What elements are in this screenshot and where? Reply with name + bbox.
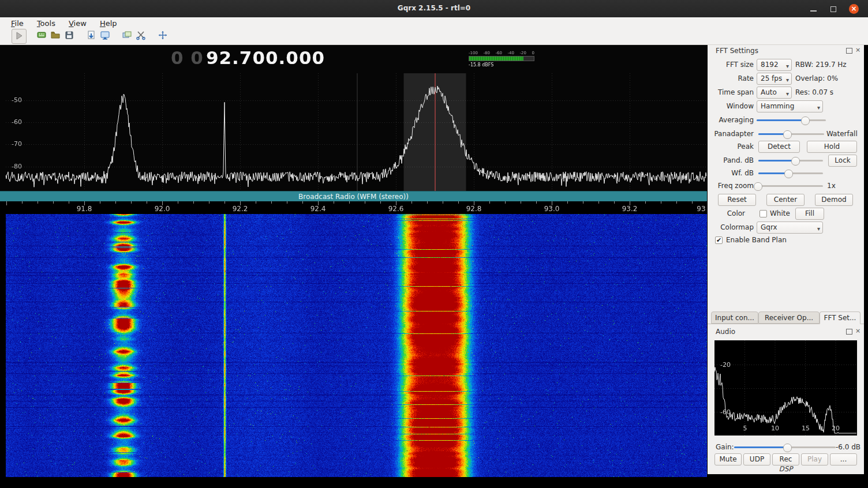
colormap-label: Colormap bbox=[713, 222, 754, 234]
panadapter[interactable]: 0 0 92.700.000 -100 -80 -60 -40 -20 0 -1… bbox=[0, 45, 707, 191]
menu-tools[interactable]: Tools bbox=[32, 18, 61, 29]
tab-fft-settings[interactable]: FFT Set... bbox=[820, 311, 860, 324]
res-value: Res: 0.07 s bbox=[795, 87, 833, 99]
scissors-icon bbox=[136, 30, 146, 43]
fill-button[interactable]: Fill bbox=[795, 208, 824, 220]
iq-recorder-button[interactable] bbox=[120, 29, 134, 43]
rec-button[interactable]: Rec bbox=[772, 453, 799, 466]
tab-input-controls[interactable]: Input con... bbox=[711, 311, 758, 324]
slider-handle[interactable] bbox=[784, 170, 793, 178]
frequency-digits[interactable]: 92.700.000 bbox=[206, 47, 325, 68]
colormap-combo[interactable]: Gqrx▾ bbox=[757, 222, 823, 234]
remote-control-button[interactable] bbox=[98, 29, 112, 43]
dock-float-icon[interactable] bbox=[846, 48, 852, 54]
close-button[interactable]: × bbox=[849, 4, 859, 14]
play-button[interactable]: Play bbox=[801, 453, 828, 466]
gain-value: -6.0 dB bbox=[836, 441, 859, 453]
save-settings-button[interactable] bbox=[62, 29, 76, 43]
io-devices-button[interactable] bbox=[35, 29, 48, 43]
chevron-down-icon: ▾ bbox=[786, 74, 789, 85]
white-checkbox[interactable] bbox=[760, 210, 767, 217]
photos-icon bbox=[122, 30, 132, 43]
more-button[interactable]: ... bbox=[830, 453, 857, 466]
gain-slider[interactable] bbox=[734, 442, 836, 452]
enable-band-plan-checkbox[interactable]: ✔ bbox=[715, 237, 723, 244]
audio-spectrum-canvas bbox=[714, 340, 857, 436]
freq-zoom-slider[interactable] bbox=[757, 181, 823, 191]
meter-bar bbox=[469, 56, 534, 61]
peak-hold-button[interactable]: Hold bbox=[807, 141, 857, 153]
fft-settings-title: FFT Settings bbox=[716, 47, 758, 55]
band-plan-bar: Broadcast Radio (WFM (stereo)) bbox=[0, 191, 707, 202]
spectrum-plot-canvas[interactable] bbox=[0, 45, 707, 191]
slider-handle[interactable] bbox=[783, 130, 792, 139]
bookmark-icon bbox=[86, 30, 96, 43]
slider-handle[interactable] bbox=[754, 182, 762, 191]
fft-size-combo[interactable]: 8192▾ bbox=[757, 59, 792, 71]
meter-scale: -100 -80 -60 -40 -20 0 bbox=[469, 51, 534, 56]
dx-cluster-button[interactable] bbox=[134, 29, 148, 43]
start-dsp-button[interactable] bbox=[12, 29, 27, 44]
freq-label: 92.4 bbox=[305, 205, 331, 213]
toolbar bbox=[0, 28, 868, 45]
mute-button[interactable]: Mute bbox=[714, 453, 742, 466]
slider-handle[interactable] bbox=[783, 444, 792, 452]
waterfall-label: Waterfall bbox=[826, 128, 858, 140]
meter-tick: -100 bbox=[469, 51, 478, 56]
folder-icon bbox=[50, 30, 61, 43]
freq-zoom-label: Freq zoom bbox=[713, 180, 754, 192]
audio-x-label: 5 bbox=[739, 425, 751, 432]
window-title: Gqrx 2.15.5 - rtl=0 bbox=[0, 4, 868, 12]
dock-float-icon[interactable] bbox=[846, 329, 852, 335]
dock-close-icon[interactable]: × bbox=[855, 328, 860, 334]
time-span-value: Auto bbox=[761, 88, 777, 96]
tab-receiver-options[interactable]: Receiver Op... bbox=[758, 311, 820, 324]
waterfall-canvas[interactable] bbox=[0, 214, 707, 477]
lock-button[interactable]: Lock bbox=[828, 155, 857, 167]
db-axis-label: -50 bbox=[7, 96, 22, 104]
rate-combo[interactable]: 25 fps▾ bbox=[757, 73, 792, 85]
full-screen-button[interactable] bbox=[156, 29, 170, 43]
audio-x-label: 20 bbox=[829, 425, 842, 432]
rate-value: 25 fps bbox=[761, 74, 782, 82]
bookmarks-button[interactable] bbox=[84, 29, 98, 43]
meter-tick: 0 bbox=[532, 51, 534, 56]
white-label: White bbox=[770, 208, 790, 220]
menu-view[interactable]: View bbox=[63, 18, 92, 29]
dock-close-icon[interactable]: × bbox=[855, 47, 860, 53]
averaging-label: Averaging bbox=[713, 114, 754, 126]
menu-file[interactable]: File bbox=[6, 18, 29, 29]
center-button[interactable]: Center bbox=[766, 194, 805, 206]
frequency-display[interactable]: 0 0 92.700.000 bbox=[171, 47, 325, 68]
pand-db-slider[interactable] bbox=[758, 155, 823, 166]
title-bar[interactable]: Gqrx 2.15.5 - rtl=0 × bbox=[0, 0, 868, 18]
averaging-slider[interactable] bbox=[757, 115, 826, 125]
load-settings-button[interactable] bbox=[48, 29, 62, 43]
slider-handle[interactable] bbox=[801, 117, 810, 125]
audio-x-label: 15 bbox=[799, 425, 812, 432]
menu-help[interactable]: Help bbox=[95, 18, 122, 29]
window-combo[interactable]: Hamming▾ bbox=[757, 100, 823, 112]
frequency-scale[interactable]: 91.8 92.0 92.2 92.4 92.6 92.8 93.0 93.2 … bbox=[0, 201, 707, 214]
chevron-down-icon: ▾ bbox=[786, 61, 789, 71]
minimize-button[interactable] bbox=[809, 4, 818, 14]
pand-waterfall-split-slider[interactable] bbox=[758, 129, 824, 139]
waterfall[interactable] bbox=[0, 214, 707, 477]
demod-button[interactable]: Demod bbox=[815, 194, 853, 206]
chevron-down-icon: ▾ bbox=[817, 102, 820, 112]
meter-tick: -80 bbox=[483, 51, 489, 56]
udp-button[interactable]: UDP bbox=[743, 453, 770, 466]
frequency-leading-zeros: 0 0 bbox=[171, 47, 204, 68]
wf-db-label: Wf. dB bbox=[713, 167, 754, 179]
slider-handle[interactable] bbox=[791, 157, 800, 166]
rbw-value: RBW: 219.7 Hz bbox=[795, 59, 847, 71]
maximize-button[interactable] bbox=[828, 4, 838, 14]
peak-detect-button[interactable]: Detect bbox=[758, 141, 800, 153]
reset-button[interactable]: Reset bbox=[718, 194, 756, 206]
meter-tick: -20 bbox=[520, 51, 526, 56]
wf-db-slider[interactable] bbox=[758, 168, 823, 178]
time-span-combo[interactable]: Auto▾ bbox=[757, 87, 792, 99]
freq-label: 93 bbox=[695, 205, 707, 213]
freq-label: 92.0 bbox=[149, 205, 175, 213]
color-label: Color bbox=[713, 208, 745, 220]
